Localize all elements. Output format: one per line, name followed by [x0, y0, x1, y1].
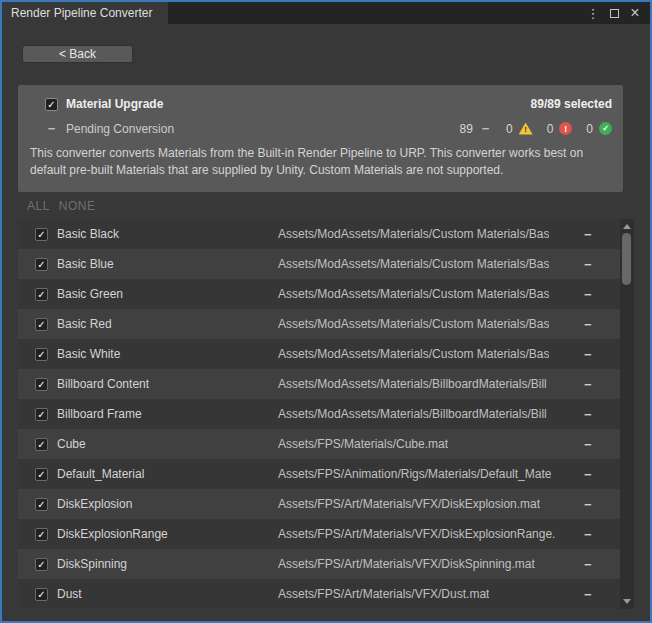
tab-render-pipeline-converter[interactable]: Render Pipeline Converter	[2, 2, 168, 24]
titlebar-spacer	[168, 2, 586, 24]
list-item[interactable]: DiskSpinning Assets/FPS/Art/Materials/VF…	[18, 549, 620, 579]
converter-description: This converter converts Materials from t…	[30, 145, 608, 179]
item-checkbox[interactable]	[35, 378, 48, 391]
list-item[interactable]: Billboard Content Assets/ModAssets/Mater…	[18, 369, 620, 399]
item-path: Assets/FPS/Animation/Rigs/Materials/Defa…	[278, 467, 551, 481]
item-checkbox[interactable]	[35, 348, 48, 361]
item-checkbox[interactable]	[35, 528, 48, 541]
pending-total-dash-icon: −	[479, 121, 492, 136]
item-path: Assets/FPS/Materials/Cube.mat	[278, 437, 448, 451]
window-menu-icon[interactable]: ⋮	[586, 5, 600, 21]
item-status-dash-icon: −	[584, 497, 592, 512]
item-name: Basic Black	[57, 227, 119, 241]
item-name: Basic Red	[57, 317, 112, 331]
item-status-dash-icon: −	[584, 587, 592, 602]
list-item[interactable]: Basic Blue Assets/ModAssets/Materials/Cu…	[18, 249, 620, 279]
warning-icon	[519, 123, 533, 135]
item-status-dash-icon: −	[584, 467, 592, 482]
pending-conversion-label: Pending Conversion	[66, 122, 174, 136]
list-item[interactable]: Default_Material Assets/FPS/Animation/Ri…	[18, 459, 620, 489]
item-status-dash-icon: −	[584, 317, 592, 332]
item-checkbox[interactable]	[35, 438, 48, 451]
error-count: 0	[547, 122, 554, 136]
converter-description-wrap: This converter converts Materials from t…	[18, 136, 612, 179]
item-status-dash-icon: −	[584, 377, 592, 392]
titlebar-icons: ⋮ ×	[586, 2, 650, 24]
item-checkbox[interactable]	[35, 588, 48, 601]
selected-summary: 89/89 selected	[531, 97, 612, 111]
material-upgrade-checkbox[interactable]	[45, 98, 58, 111]
item-status-dash-icon: −	[584, 347, 592, 362]
success-count: 0	[586, 122, 593, 136]
item-name: Basic White	[57, 347, 120, 361]
selection-controls: ALL NONE	[27, 199, 650, 213]
item-path: Assets/ModAssets/Materials/Custom Materi…	[278, 227, 549, 241]
item-checkbox[interactable]	[35, 258, 48, 271]
close-icon[interactable]: ×	[628, 5, 642, 21]
item-checkbox[interactable]	[35, 228, 48, 241]
list-item[interactable]: Basic White Assets/ModAssets/Materials/C…	[18, 339, 620, 369]
item-name: Basic Green	[57, 287, 123, 301]
list-item[interactable]: Dust Assets/FPS/Art/Materials/VFX/Dust.m…	[18, 579, 620, 609]
maximize-icon[interactable]	[607, 5, 621, 21]
material-rows: Basic Black Assets/ModAssets/Materials/C…	[18, 219, 620, 609]
item-checkbox[interactable]	[35, 468, 48, 481]
item-checkbox[interactable]	[35, 408, 48, 421]
item-status-dash-icon: −	[584, 287, 592, 302]
success-icon: ✓	[599, 122, 612, 135]
list-item[interactable]: Cube Assets/FPS/Materials/Cube.mat −	[18, 429, 620, 459]
item-status-dash-icon: −	[584, 407, 592, 422]
item-name: Billboard Content	[57, 377, 149, 391]
error-icon: !	[559, 122, 572, 135]
converter-title: Material Upgrade	[66, 97, 163, 111]
item-name: Dust	[57, 587, 82, 601]
item-name: DiskExplosion	[57, 497, 132, 511]
item-name: DiskSpinning	[57, 557, 127, 571]
list-item[interactable]: DiskExplosionRange Assets/FPS/Art/Materi…	[18, 519, 620, 549]
select-all-button[interactable]: ALL	[27, 199, 50, 213]
render-pipeline-converter-window: Render Pipeline Converter ⋮ × < Back Mat…	[0, 0, 652, 623]
converter-panel: Material Upgrade 89/89 selected − Pendin…	[18, 85, 623, 192]
pending-total: 89	[460, 122, 473, 136]
item-checkbox[interactable]	[35, 558, 48, 571]
item-path: Assets/ModAssets/Materials/BillboardMate…	[278, 407, 547, 421]
converter-header-row: Material Upgrade 89/89 selected	[18, 85, 623, 111]
item-name: Basic Blue	[57, 257, 114, 271]
item-path: Assets/FPS/Art/Materials/VFX/DiskSpinnin…	[278, 557, 535, 571]
list-item[interactable]: Basic Green Assets/ModAssets/Materials/C…	[18, 279, 620, 309]
pending-counts: 89 − 0 0 ! 0 ✓	[460, 121, 612, 136]
item-status-dash-icon: −	[584, 437, 592, 452]
item-path: Assets/ModAssets/Materials/Custom Materi…	[278, 317, 549, 331]
material-list: Basic Black Assets/ModAssets/Materials/C…	[18, 219, 634, 609]
item-name: DiskExplosionRange	[57, 527, 168, 541]
item-checkbox[interactable]	[35, 288, 48, 301]
list-item[interactable]: Basic Red Assets/ModAssets/Materials/Cus…	[18, 309, 620, 339]
item-checkbox[interactable]	[35, 318, 48, 331]
select-none-button[interactable]: NONE	[59, 199, 96, 213]
pending-conversion-row: − Pending Conversion 89 − 0 0 ! 0 ✓	[18, 111, 623, 136]
scroll-up-arrow-icon[interactable]	[623, 224, 631, 229]
item-path: Assets/ModAssets/Materials/Custom Materi…	[278, 257, 549, 271]
item-name: Default_Material	[57, 467, 144, 481]
list-item[interactable]: Billboard Frame Assets/ModAssets/Materia…	[18, 399, 620, 429]
list-item[interactable]: DiskExplosion Assets/FPS/Art/Materials/V…	[18, 489, 620, 519]
maximize-glyph	[610, 9, 619, 18]
item-path: Assets/ModAssets/Materials/Custom Materi…	[278, 347, 549, 361]
item-path: Assets/FPS/Art/Materials/VFX/Dust.mat	[278, 587, 489, 601]
item-status-dash-icon: −	[584, 227, 592, 242]
item-path: Assets/ModAssets/Materials/Custom Materi…	[278, 287, 549, 301]
item-path: Assets/FPS/Art/Materials/VFX/DiskExplosi…	[278, 527, 555, 541]
item-status-dash-icon: −	[584, 257, 592, 272]
scroll-down-arrow-icon[interactable]	[623, 599, 631, 604]
item-name: Cube	[57, 437, 86, 451]
scrollbar-thumb[interactable]	[622, 233, 631, 285]
titlebar: Render Pipeline Converter ⋮ ×	[2, 2, 650, 24]
scrollbar[interactable]	[620, 219, 634, 609]
back-button[interactable]: < Back	[22, 45, 133, 63]
item-name: Billboard Frame	[57, 407, 142, 421]
list-item[interactable]: Basic Black Assets/ModAssets/Materials/C…	[18, 219, 620, 249]
pending-dash-icon: −	[45, 121, 58, 136]
item-status-dash-icon: −	[584, 557, 592, 572]
item-checkbox[interactable]	[35, 498, 48, 511]
item-status-dash-icon: −	[584, 527, 592, 542]
